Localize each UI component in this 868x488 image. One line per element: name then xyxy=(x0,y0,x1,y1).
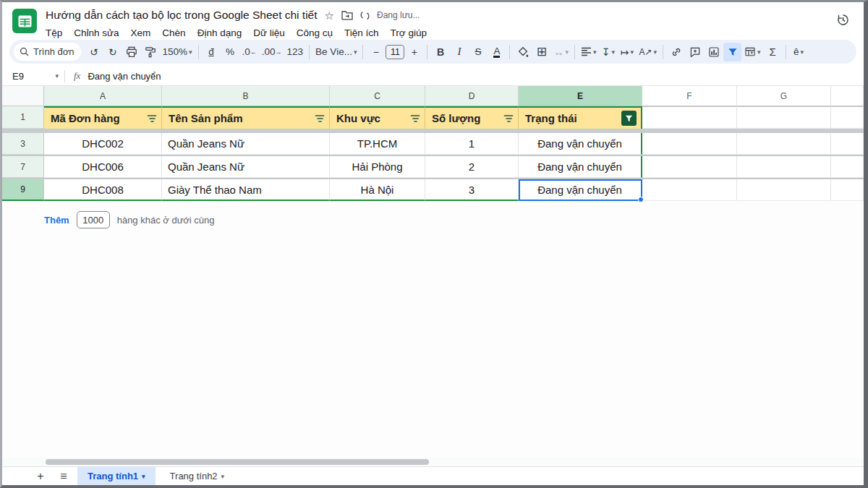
menu-view[interactable]: Xem xyxy=(131,27,151,38)
menu-insert[interactable]: Chèn xyxy=(162,27,185,38)
column-header-E[interactable]: E xyxy=(519,86,642,106)
add-sheet-button[interactable]: + xyxy=(31,468,50,484)
cell-D3[interactable]: 1 xyxy=(425,133,519,155)
row-header-1[interactable]: 1 xyxy=(2,106,44,129)
cell-C3[interactable]: TP.HCM xyxy=(330,133,425,155)
cell-G9[interactable] xyxy=(737,179,831,201)
column-header-F[interactable]: F xyxy=(642,86,737,106)
chevron-down-icon[interactable]: ▾ xyxy=(142,473,145,480)
insert-comment-button[interactable] xyxy=(686,43,704,61)
filter-lines-icon[interactable] xyxy=(503,114,514,123)
menu-help[interactable]: Trợ giúp xyxy=(391,27,427,38)
increase-decimals-button[interactable]: .00→ xyxy=(260,43,284,61)
cell-G3[interactable] xyxy=(737,133,831,155)
cell-E1[interactable]: Trạng thái xyxy=(519,106,642,129)
add-rows-count-input[interactable] xyxy=(77,211,110,228)
cell-B7[interactable]: Quần Jeans Nữ xyxy=(162,156,330,178)
filter-lines-icon[interactable] xyxy=(315,114,325,123)
paint-format-button[interactable] xyxy=(141,43,159,61)
insert-link-button[interactable] xyxy=(667,43,685,61)
row-header-7[interactable]: 7 xyxy=(2,156,44,178)
increase-font-size-button[interactable]: + xyxy=(405,43,423,61)
column-header-B[interactable]: B xyxy=(162,86,330,106)
cell-C7[interactable]: Hải Phòng xyxy=(330,156,425,178)
all-sheets-button[interactable]: ≡ xyxy=(54,468,73,484)
font-size-input[interactable]: 11 xyxy=(386,45,404,59)
menu-data[interactable]: Dữ liệu xyxy=(253,27,285,38)
filter-lines-icon[interactable] xyxy=(147,114,157,123)
zoom-select[interactable]: 150%▾ xyxy=(160,43,194,61)
horizontal-scrollbar-thumb[interactable] xyxy=(46,459,429,465)
cell-E7[interactable]: Đang vận chuyển xyxy=(519,156,642,178)
undo-button[interactable]: ↺ xyxy=(85,43,103,61)
cell-E3[interactable]: Đang vận chuyển xyxy=(519,133,642,155)
cell-G1[interactable] xyxy=(737,106,831,129)
cell-B9[interactable]: Giày Thể thao Nam xyxy=(162,179,330,201)
cell-A7[interactable]: DHC006 xyxy=(44,156,162,178)
cell-A1[interactable]: Mã Đơn hàng xyxy=(44,106,162,129)
move-to-folder-icon[interactable] xyxy=(341,10,353,20)
sheet-tab-1[interactable]: Trang tính1 ▾ xyxy=(77,467,156,486)
cell-F3[interactable] xyxy=(642,133,737,155)
column-header-C[interactable]: C xyxy=(330,86,425,106)
menu-extensions[interactable]: Tiện ích xyxy=(344,27,379,38)
active-filter-icon[interactable] xyxy=(621,111,637,126)
text-wrapping-button[interactable]: ↦▾ xyxy=(618,43,637,61)
column-header-D[interactable]: D xyxy=(425,86,519,106)
formula-input[interactable]: Đang vận chuyển xyxy=(88,71,161,82)
horizontal-align-button[interactable]: ▾ xyxy=(579,43,599,61)
menu-file[interactable]: Tệp xyxy=(46,27,62,38)
print-button[interactable] xyxy=(122,43,140,61)
strikethrough-button[interactable]: S xyxy=(469,43,487,61)
redo-button[interactable]: ↻ xyxy=(103,43,122,61)
cell-D9[interactable]: 3 xyxy=(425,179,519,201)
cell-D7[interactable]: 2 xyxy=(425,156,519,178)
column-header-G[interactable]: G xyxy=(737,86,831,106)
cell-A9[interactable]: DHC008 xyxy=(44,179,162,201)
bold-button[interactable]: B xyxy=(431,43,449,61)
cell-B1[interactable]: Tên Sản phẩm xyxy=(162,106,330,129)
text-color-button[interactable]: A xyxy=(488,43,506,61)
decrease-font-size-button[interactable]: − xyxy=(367,43,385,61)
menu-tools[interactable]: Công cụ xyxy=(297,27,333,38)
cell-C1[interactable]: Khu vực xyxy=(330,106,425,129)
cell-A3[interactable]: DHC002 xyxy=(44,133,162,155)
version-history-icon[interactable] xyxy=(835,7,855,27)
menu-format[interactable]: Định dạng xyxy=(197,27,242,38)
cell-C9[interactable]: Hà Nội xyxy=(330,179,425,201)
format-currency-button[interactable]: đ xyxy=(203,43,221,61)
cell-B3[interactable]: Quần Jeans Nữ xyxy=(162,133,330,155)
search-menus-button[interactable]: Trình đơn xyxy=(14,43,81,61)
sheets-logo-icon[interactable] xyxy=(12,9,37,33)
fill-handle[interactable] xyxy=(638,197,644,202)
add-rows-button[interactable]: Thêm xyxy=(44,215,69,226)
filter-lines-icon[interactable] xyxy=(410,114,420,123)
functions-button[interactable]: Σ xyxy=(764,43,782,61)
insert-chart-button[interactable] xyxy=(705,43,723,61)
more-formats-button[interactable]: 123 xyxy=(285,43,306,61)
text-rotation-button[interactable]: A↗▾ xyxy=(637,43,660,61)
document-title[interactable]: Hướng dẫn cách tạo bộ lọc trong Google S… xyxy=(46,9,318,22)
format-percent-button[interactable]: % xyxy=(221,43,239,61)
cell-F1[interactable] xyxy=(642,106,737,129)
cell-F7[interactable] xyxy=(642,156,737,178)
row-header-9[interactable]: 9 xyxy=(2,179,44,201)
cell-F9[interactable] xyxy=(642,179,737,201)
chevron-down-icon[interactable]: ▾ xyxy=(55,72,59,80)
fill-color-button[interactable] xyxy=(514,43,532,61)
borders-button[interactable]: ⊞ xyxy=(532,43,550,61)
italic-button[interactable]: I xyxy=(450,43,468,61)
name-box[interactable]: E9 ▾ xyxy=(2,71,64,82)
column-header-A[interactable]: A xyxy=(44,86,162,106)
star-icon[interactable]: ☆ xyxy=(325,10,334,21)
row-header-3[interactable]: 3 xyxy=(2,133,44,155)
decrease-decimals-button[interactable]: .0← xyxy=(240,43,259,61)
font-select[interactable]: Be Vie...▾ xyxy=(313,43,359,61)
input-tools-button[interactable]: ê▾ xyxy=(790,43,808,61)
menu-edit[interactable]: Chỉnh sửa xyxy=(74,27,119,38)
cell-E9-selected[interactable]: Đang vận chuyển xyxy=(519,179,642,201)
select-all-corner[interactable] xyxy=(2,86,44,106)
cell-G7[interactable] xyxy=(737,156,831,178)
cell-D1[interactable]: Số lượng xyxy=(425,106,519,129)
merge-cells-button[interactable]: ↔▾ xyxy=(551,43,571,61)
